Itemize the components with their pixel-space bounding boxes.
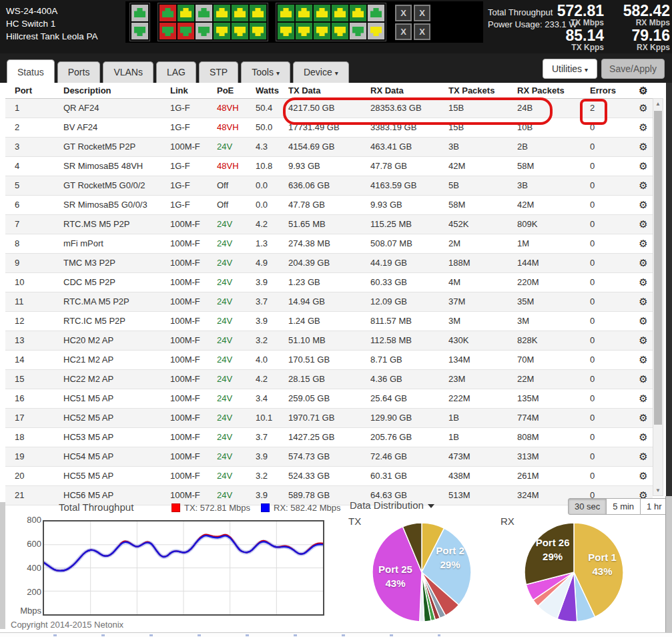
annotation-red-oval-row1-data <box>283 97 553 125</box>
port-settings-gear-icon[interactable]: ⚙ <box>634 292 653 311</box>
port-settings-gear-icon[interactable]: ⚙ <box>634 196 653 214</box>
cell-rxp: 220M <box>517 273 590 292</box>
port-15-status <box>296 5 312 21</box>
data-distribution-dropdown[interactable]: Data Distribution <box>350 499 434 511</box>
tab-lag[interactable]: LAG <box>156 61 196 83</box>
table-row-port-17: 17HC52 M5 AP100M-F24V10.11970.71 GB129.9… <box>5 409 653 428</box>
port-settings-gear-icon[interactable]: ⚙ <box>634 118 653 137</box>
column-header-rx-data: RX Data <box>370 83 448 98</box>
tab-vlans[interactable]: VLANs <box>103 61 153 83</box>
port-17-status <box>314 5 330 21</box>
port-16-status <box>296 23 312 39</box>
port-settings-gear-icon[interactable]: ⚙ <box>634 176 653 195</box>
port-23-status <box>368 5 384 21</box>
cell-poe: 24V <box>217 428 256 447</box>
cell-rx: 8.71 GB <box>370 351 448 369</box>
cell-rx: 44.19 GB <box>370 254 448 272</box>
cell-port: 10 <box>15 273 63 292</box>
cell-poe: 24V <box>217 312 256 331</box>
browser-scrollbar[interactable] <box>665 496 672 632</box>
tab-status[interactable]: Status <box>7 59 55 83</box>
port-settings-gear-icon[interactable]: ⚙ <box>634 234 653 253</box>
table-settings-gear-icon[interactable]: ⚙ <box>634 83 653 98</box>
port-19-status <box>332 5 348 21</box>
cell-rx: 47.78 GB <box>370 157 448 176</box>
port-settings-gear-icon[interactable]: ⚙ <box>634 351 653 369</box>
empty-port-slot: X <box>395 23 412 40</box>
cell-link: 1G-F <box>170 196 217 214</box>
port-22-status <box>350 23 366 39</box>
port-settings-gear-icon[interactable]: ⚙ <box>634 447 653 466</box>
interval-1-hr[interactable]: 1 hr <box>640 498 668 515</box>
port-settings-gear-icon[interactable]: ⚙ <box>634 273 653 292</box>
cell-link: 1G-F <box>170 157 217 176</box>
scroll-down-arrow-icon[interactable]: ▼ <box>653 485 663 495</box>
rj45-plug-icon <box>252 27 264 36</box>
port-settings-gear-icon[interactable]: ⚙ <box>634 215 653 234</box>
y-axis-tick-400: 400 <box>12 563 41 573</box>
cell-link: 100M-F <box>170 331 217 350</box>
port-settings-gear-icon[interactable]: ⚙ <box>634 370 653 389</box>
cell-watts: 4.3 <box>256 138 288 156</box>
scroll-up-arrow-icon[interactable]: ▲ <box>653 99 663 109</box>
cell-err: 0 <box>590 428 634 447</box>
interval-30-sec[interactable]: 30 sec <box>568 498 607 515</box>
tx-legend-swatch <box>172 503 180 512</box>
port-settings-gear-icon[interactable]: ⚙ <box>634 312 653 331</box>
cell-port: 3 <box>15 138 63 156</box>
port-settings-gear-icon[interactable]: ⚙ <box>634 331 653 350</box>
tab-ports[interactable]: Ports <box>57 61 101 83</box>
cell-link: 100M-F <box>170 389 217 408</box>
port-11-status <box>250 5 266 21</box>
cell-link: 100M-F <box>170 467 217 485</box>
port-13-status <box>278 5 294 21</box>
cell-watts: 3.9 <box>256 312 288 331</box>
cell-link: 100M-F <box>170 486 217 505</box>
table-row-port-16: 16HC51 M5 AP100M-F24V3.4259.05 GB25.64 G… <box>5 389 653 409</box>
save-apply-button[interactable]: Save/Apply <box>601 59 665 79</box>
cell-err: 0 <box>590 312 634 331</box>
tab-tools[interactable]: Tools▾ <box>241 61 290 83</box>
table-row-port-7: 7RTC.MS M5 P2P100M-F24V4.251.65 MB115.25… <box>5 215 653 234</box>
cell-tx: 1.23 GB <box>288 273 370 292</box>
interval-5-min[interactable]: 5 min <box>606 498 641 515</box>
device-model: WS-24-400A <box>6 5 98 17</box>
table-scrollbar[interactable]: ▲ ▼ <box>653 98 663 496</box>
port-settings-gear-icon[interactable]: ⚙ <box>634 138 653 156</box>
cell-watts: 0.0 <box>256 196 288 214</box>
utilities-button[interactable]: Utilities▾ <box>543 59 597 79</box>
cell-desc: CDC M5 P2P <box>63 273 170 292</box>
rx-legend-swatch <box>261 503 270 512</box>
y-axis-tick-200: 200 <box>12 587 41 597</box>
tab-device[interactable]: Device▾ <box>293 61 349 83</box>
rj45-plug-icon <box>352 27 364 36</box>
cell-poe: Off <box>217 176 256 195</box>
cell-port: 21 <box>15 486 63 505</box>
rj45-plug-icon <box>198 27 210 36</box>
port-settings-gear-icon[interactable]: ⚙ <box>634 409 653 427</box>
port-14-status <box>278 23 294 39</box>
cell-poe: 24V <box>217 351 256 369</box>
left-edge-strip <box>0 502 5 629</box>
rj45-plug-icon <box>198 8 210 17</box>
cell-desc: QR AF24 <box>63 99 170 118</box>
port-settings-gear-icon[interactable]: ⚙ <box>634 428 653 447</box>
port-settings-gear-icon[interactable]: ⚙ <box>634 467 653 485</box>
port-settings-gear-icon[interactable]: ⚙ <box>634 254 653 272</box>
cell-port: 17 <box>15 409 63 427</box>
tab-stp[interactable]: STP <box>199 61 238 83</box>
port-4-status <box>178 23 194 39</box>
cell-link: 100M-F <box>170 370 217 389</box>
cell-link: 100M-F <box>170 447 217 466</box>
cell-rx: 112.58 MB <box>370 331 448 350</box>
cell-watts: 3.9 <box>256 486 288 505</box>
port-settings-gear-icon[interactable]: ⚙ <box>634 389 653 408</box>
cell-poe: 48VH <box>217 157 256 176</box>
port-settings-gear-icon[interactable]: ⚙ <box>634 157 653 176</box>
copper-port-group-1 <box>157 3 268 41</box>
cell-err: 0 <box>590 196 634 214</box>
scrollbar-thumb[interactable] <box>654 111 662 425</box>
cell-link: 100M-F <box>170 215 217 234</box>
port-9-status <box>232 5 248 21</box>
port-settings-gear-icon[interactable]: ⚙ <box>634 99 653 118</box>
